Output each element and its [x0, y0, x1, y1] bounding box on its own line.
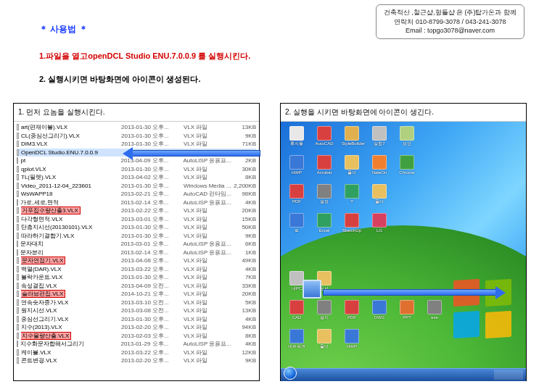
- file-row[interactable]: art(편재이블).VLX2013-01-30 오후...VLX 파일13KB: [17, 123, 256, 132]
- desktop-icon[interactable]: DWG: [369, 300, 390, 320]
- desktop-icon[interactable]: 폴더: [369, 184, 390, 204]
- file-type: VLX 파일: [184, 140, 231, 149]
- file-row[interactable]: 연속숫자증가.VLX2013-03-10 오전...VLX 파일5KB: [17, 299, 256, 307]
- file-row[interactable]: 케이블.VLX2013-03-22 오후...VLX 파일12KB: [17, 349, 256, 357]
- start-button[interactable]: [284, 367, 297, 380]
- file-row[interactable]: 속성결집.VLX2013-04-09 오전...VLX 파일33KB: [17, 282, 256, 291]
- file-size: 33KB: [231, 282, 256, 291]
- file-icon: [17, 283, 19, 289]
- arrow-pointing-to-new-icon: [323, 287, 506, 299]
- file-size: 20KB: [231, 207, 256, 215]
- file-name: 백열(DAR).VLX: [21, 265, 121, 274]
- app-icon: [400, 300, 414, 314]
- desktop-icon[interactable]: HWP: [287, 155, 307, 175]
- desktop-icon[interactable]: CAD: [287, 300, 307, 320]
- desktop-icon[interactable]: 실험7: [369, 126, 390, 146]
- file-row[interactable]: 거푸집수량산출3.VLX2013-02-22 오후...VLX 파일20KB: [17, 207, 256, 215]
- desktop-icon[interactable]: Excel: [314, 213, 334, 233]
- desktop-icon[interactable]: T: [342, 184, 362, 204]
- desktop-icon-label: PDF: [342, 315, 362, 320]
- file-row[interactable]: 다각형면적.VLX2013-03-01 오후...VLX 파일15KB: [17, 215, 256, 224]
- desktop-icon[interactable]: 폴더: [314, 329, 334, 349]
- file-row[interactable]: 중심선그리기.VLX2013-01-30 오후...VLX 파일4KB: [17, 315, 256, 324]
- file-row[interactable]: 따라하기결합기.VLX2013-01-30 오후...VLX 파일9KB: [17, 232, 256, 241]
- desktop-icon[interactable]: Chrome: [397, 155, 417, 175]
- file-row[interactable]: qplot.VLX2013-01-30 오후...VLX 파일30KB: [17, 165, 256, 174]
- file-row[interactable]: 단층지시선(20130101).VLX2013-01-30 오후...VLX 파…: [17, 223, 256, 232]
- desktop-icon[interactable]: 설정: [314, 184, 334, 204]
- desktop-icon[interactable]: 보안: [397, 126, 417, 146]
- file-row[interactable]: CL(중심선그리기).VLX2013-01-30 오후...VLX 파일9KB: [17, 132, 256, 141]
- system-tray[interactable]: [494, 370, 523, 380]
- file-row[interactable]: 가로,세로,면적2013-02-14 오후...AutoLISP 응용프...4…: [17, 199, 256, 207]
- file-row[interactable]: DIM3.VLX2013-01-30 오후...VLX 파일71KB: [17, 140, 256, 149]
- step-1-text: 1.파일을 열고openDCL Studio ENU.7.0.0.9 를 실행시…: [39, 51, 250, 62]
- file-date: 2013-03-01 오후...: [121, 215, 184, 224]
- file-row[interactable]: 지수(2013).VLX2013-02-20 오후...VLX 파일94KB: [17, 323, 256, 332]
- file-date: 2013-04-09 오전...: [121, 282, 184, 291]
- desktop-icon-label: HWP: [342, 344, 362, 349]
- file-name: 다각형면적.VLX: [21, 215, 121, 224]
- file-type: VLX 파일: [184, 223, 231, 232]
- file-row[interactable]: WsWAPP182013-02-21 오후...AutoCAD 런타임...98…: [17, 190, 256, 199]
- file-row[interactable]: 콘트변경.VLX2013-02-20 오후...VLX 파일9KB: [17, 356, 256, 365]
- file-size: 71KB: [231, 140, 256, 149]
- file-row[interactable]: 문자분리2013-02-14 오후...AutoLISP 응용프...1KB: [17, 249, 256, 257]
- desktop-icon-label: PDF: [287, 199, 307, 204]
- file-name: 볼락카운트.VLX: [21, 273, 121, 282]
- desktop-icon[interactable]: LG: [369, 213, 390, 233]
- file-row[interactable]: 볼락카운트.VLX2013-01-30 오후...VLX 파일7KB: [17, 273, 256, 282]
- file-type: VLX 파일: [184, 290, 231, 299]
- file-size: 30KB: [231, 165, 256, 174]
- file-type: VLX 파일: [184, 207, 231, 215]
- file-row[interactable]: TL(필렛).VLX2013-04-02 오후...VLX 파일8KB: [17, 173, 256, 182]
- file-row[interactable]: 지수화문자합해서그리기2013-01-29 오후...AutoLISP 응용프.…: [17, 340, 256, 349]
- file-row[interactable]: 지수물량산출.VLX2013-02-03 오후...VLX 파일8KB: [17, 332, 256, 341]
- desktop-icon[interactable]: PDF: [287, 184, 307, 204]
- desktop-icon[interactable]: NateOn: [369, 155, 390, 175]
- desktop-icon[interactable]: 네트워크: [287, 329, 307, 349]
- file-row[interactable]: 슬라브편집.VLX2014-10-21 오후...VLX 파일20KB: [17, 290, 256, 299]
- desktop-icon[interactable]: 설치: [314, 300, 334, 320]
- desktop-icon[interactable]: SketchUp: [342, 213, 362, 233]
- file-row[interactable]: 문자연접기.VLX2013-04-08 오후...VLX 파일49KB: [17, 257, 256, 265]
- app-icon: [372, 126, 387, 141]
- file-icon: [17, 257, 19, 264]
- file-name: 문자연접기.VLX: [21, 257, 121, 265]
- file-size: 98KB: [231, 190, 256, 199]
- desktop-icon[interactable]: HWP: [342, 329, 362, 349]
- created-desktop-icon[interactable]: [303, 280, 321, 299]
- file-row[interactable]: 원지시선.VLX2013-03-08 오전...VLX 파일13KB: [17, 306, 256, 315]
- file-date: 2013-01-30 오후...: [121, 123, 184, 132]
- file-date: 2013-01-29 오후...: [120, 340, 183, 349]
- desktop-icon[interactable]: 휴지통: [287, 126, 307, 146]
- desktop-icon[interactable]: 폴더: [342, 155, 362, 175]
- file-name: 중심선그리기.VLX: [21, 315, 121, 324]
- desktop-icon[interactable]: AutoCAD: [314, 126, 334, 146]
- header-info-box: 건축적산 ,철근샵,형틀샵 은 (주)탑가온과 함께 연락처 010-8799-…: [376, 4, 524, 39]
- desktop-icon[interactable]: IE: [287, 213, 307, 233]
- file-row[interactable]: 문자대치2013-03-01 오후...AutoLISP 응용프...6KB: [17, 240, 256, 249]
- desktop-icon[interactable]: StyleBuilder: [342, 126, 362, 146]
- file-name: TL(필렛).VLX: [21, 173, 121, 182]
- file-name: 케이블.VLX: [21, 349, 121, 357]
- file-type: VLX 파일: [184, 265, 231, 274]
- file-type: VLX 파일: [184, 323, 231, 332]
- file-type: VLX 파일: [184, 306, 231, 315]
- desktop-wallpaper: 휴지통AutoCADStyleBuilder실험7보안HWPAcrobat폴더N…: [281, 122, 526, 381]
- desktop-icon-label: AutoCAD: [314, 141, 334, 146]
- file-row[interactable]: Video_2011-12-04_2236012013-01-30 오후...W…: [17, 182, 256, 191]
- file-row[interactable]: 백열(DAR).VLX2013-03-22 오후...VLX 파일4KB: [17, 265, 256, 274]
- desktop-icon[interactable]: Acrobat: [314, 155, 334, 175]
- taskbar[interactable]: [281, 368, 526, 381]
- file-type: VLX 파일: [184, 232, 231, 241]
- desktop-icon[interactable]: PDF: [342, 300, 362, 320]
- file-size: 5KB: [231, 299, 256, 307]
- file-date: 2013-03-08 오전...: [121, 306, 184, 315]
- app-icon: [345, 300, 359, 314]
- header-line1: 건축적산 ,철근샵,형틀샵 은 (주)탑가온과 함께: [384, 8, 517, 17]
- file-name: 단층지시선(20130101).VLX: [21, 223, 121, 232]
- file-date: 2013-02-14 오후...: [120, 199, 183, 207]
- desktop-icon[interactable]: exe: [424, 300, 445, 320]
- desktop-icon[interactable]: PPT: [397, 300, 417, 320]
